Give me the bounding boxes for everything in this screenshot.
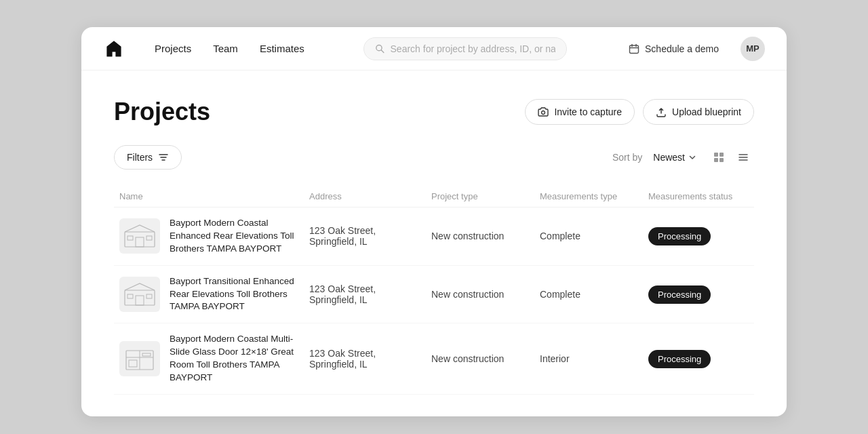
row-chevron-0[interactable] xyxy=(778,231,787,241)
filter-icon xyxy=(158,152,169,163)
upload-label: Upload blueprint xyxy=(672,106,741,117)
invite-to-capture-button[interactable]: Invite to capture xyxy=(525,99,635,125)
address-1: 123 Oak Street, Springfield, IL xyxy=(304,283,426,305)
avatar[interactable]: MP xyxy=(741,37,765,61)
measurements-type-1: Complete xyxy=(534,289,643,300)
view-toggle xyxy=(708,146,754,168)
search-box[interactable] xyxy=(363,37,567,60)
col-measurements-status: Measurements status xyxy=(643,191,778,201)
project-type-2: New construction xyxy=(426,353,534,364)
row-chevron-2[interactable] xyxy=(778,353,787,364)
status-cell-2: Processing xyxy=(643,350,778,368)
app-card: Projects Team Estimates Sche xyxy=(81,27,787,416)
schedule-demo-label: Schedule a demo xyxy=(645,43,719,54)
upload-blueprint-button[interactable]: Upload blueprint xyxy=(643,99,754,125)
svg-rect-21 xyxy=(146,294,152,298)
logo[interactable] xyxy=(103,38,125,60)
svg-rect-18 xyxy=(125,290,155,305)
status-badge-2: Processing xyxy=(648,350,711,368)
project-thumbnail-0 xyxy=(119,218,160,254)
grid-view-button[interactable] xyxy=(708,146,730,168)
measurements-type-0: Complete xyxy=(534,231,643,241)
col-measurements-type: Measurements type xyxy=(534,191,643,201)
project-type-0: New construction xyxy=(426,231,534,241)
header-actions: Invite to capture Upload blueprint xyxy=(525,99,754,125)
address-0: 123 Oak Street, Springfield, IL xyxy=(304,225,426,247)
sort-label: Sort by xyxy=(612,152,642,163)
page-header: Projects Invite to capture Upload bluepr… xyxy=(114,98,754,126)
svg-rect-17 xyxy=(146,236,152,240)
svg-rect-10 xyxy=(719,158,724,162)
upload-icon xyxy=(656,106,667,117)
camera-icon xyxy=(538,106,549,117)
list-view-button[interactable] xyxy=(732,146,754,168)
calendar-icon xyxy=(629,43,639,54)
table-header: Name Address Project type Measurements t… xyxy=(114,186,754,208)
table-row[interactable]: Bayport Transitional Enhanced Rear Eleva… xyxy=(114,266,754,324)
project-thumbnail-2 xyxy=(119,341,160,376)
sort-value: Newest xyxy=(653,152,685,163)
projects-table: Name Address Project type Measurements t… xyxy=(114,186,754,395)
svg-rect-14 xyxy=(125,232,155,247)
project-cell-1: Bayport Transitional Enhanced Rear Eleva… xyxy=(114,275,304,314)
project-type-1: New construction xyxy=(426,289,534,300)
main-content: Projects Invite to capture Upload bluepr… xyxy=(81,71,787,416)
status-cell-1: Processing xyxy=(643,285,778,304)
grid-icon xyxy=(713,151,725,163)
schedule-demo-button[interactable]: Schedule a demo xyxy=(618,38,730,60)
page-title: Projects xyxy=(114,98,210,126)
filters-button[interactable]: Filters xyxy=(114,145,182,170)
sort-view-controls: Sort by Newest xyxy=(612,146,754,168)
table-row[interactable]: Bayport Modern Coastal Multi-Slide Glass… xyxy=(114,323,754,395)
nav-projects[interactable]: Projects xyxy=(146,39,199,58)
svg-rect-7 xyxy=(714,153,718,157)
svg-rect-2 xyxy=(630,45,639,54)
nav-estimates[interactable]: Estimates xyxy=(252,39,313,58)
invite-label: Invite to capture xyxy=(554,106,622,117)
svg-rect-19 xyxy=(136,296,144,305)
project-cell-2: Bayport Modern Coastal Multi-Slide Glass… xyxy=(114,333,304,384)
project-name-1: Bayport Transitional Enhanced Rear Eleva… xyxy=(170,275,298,314)
svg-rect-25 xyxy=(129,360,137,367)
chevron-down-icon xyxy=(688,153,697,162)
svg-rect-20 xyxy=(127,294,133,298)
status-cell-0: Processing xyxy=(643,227,778,245)
project-name-0: Bayport Modern Coastal Enhanced Rear Ele… xyxy=(170,217,298,256)
search-input[interactable] xyxy=(391,43,555,54)
svg-rect-26 xyxy=(142,353,151,356)
address-2: 123 Oak Street, Springfield, IL xyxy=(304,348,426,370)
toolbar: Filters Sort by Newest xyxy=(114,145,754,170)
col-project-type: Project type xyxy=(426,191,534,201)
status-badge-0: Processing xyxy=(648,227,711,245)
project-name-2: Bayport Modern Coastal Multi-Slide Glass… xyxy=(170,333,298,384)
project-cell-0: Bayport Modern Coastal Enhanced Rear Ele… xyxy=(114,217,304,256)
filters-label: Filters xyxy=(127,152,153,163)
nav-links: Projects Team Estimates xyxy=(146,39,313,58)
list-icon xyxy=(737,151,749,163)
col-address: Address xyxy=(304,191,426,201)
svg-rect-8 xyxy=(719,153,724,157)
row-chevron-1[interactable] xyxy=(778,289,787,300)
measurements-type-2: Interior xyxy=(534,353,643,364)
svg-point-6 xyxy=(542,111,545,115)
nav-search-area xyxy=(334,37,596,60)
nav-right: Schedule a demo MP xyxy=(618,37,765,61)
svg-rect-16 xyxy=(127,236,133,240)
table-row[interactable]: Bayport Modern Coastal Enhanced Rear Ele… xyxy=(114,208,754,266)
col-name: Name xyxy=(114,191,304,201)
svg-rect-9 xyxy=(714,158,718,162)
nav-team[interactable]: Team xyxy=(205,39,246,58)
svg-rect-15 xyxy=(136,237,144,247)
navbar: Projects Team Estimates Sche xyxy=(81,27,787,71)
sort-select[interactable]: Newest xyxy=(653,152,697,163)
status-badge-1: Processing xyxy=(648,285,711,304)
col-actions xyxy=(778,191,787,201)
project-thumbnail-1 xyxy=(119,277,160,312)
search-icon xyxy=(375,43,385,54)
svg-line-1 xyxy=(381,50,384,52)
